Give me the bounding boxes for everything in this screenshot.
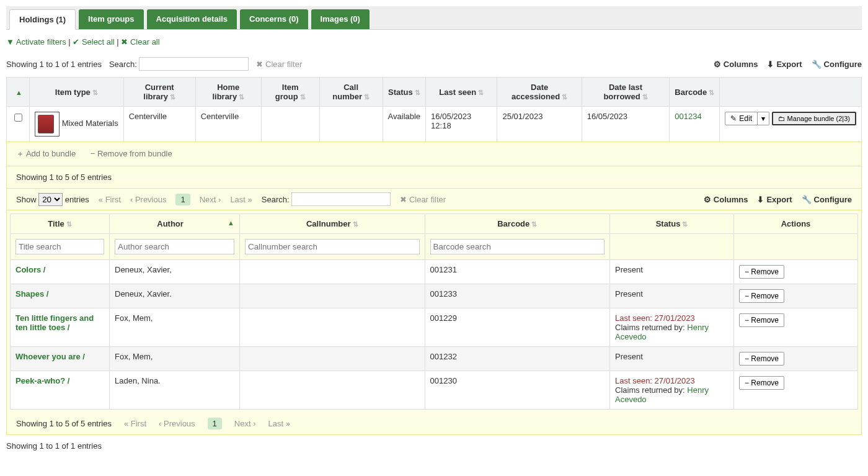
footer-entries-text: Showing 1 to 1 of 1 entries (6, 435, 862, 451)
edit-button[interactable]: ✎ Edit (725, 112, 758, 125)
col-item-type[interactable]: Item type⇅ (30, 78, 124, 107)
person-link[interactable]: Henry Acevedo (615, 323, 709, 341)
col-actions-inner: Actions (734, 214, 858, 234)
activate-filters-link[interactable]: Activate filters (16, 37, 66, 47)
barcode-link[interactable]: 001234 (675, 112, 701, 121)
export-button[interactable]: ⬇ Export (767, 60, 802, 69)
inner-search-input[interactable] (291, 192, 391, 206)
cell-date-last-borrowed: 16/05/2023 (582, 107, 669, 142)
col-author[interactable]: Author▲ (110, 214, 240, 234)
col-last-seen[interactable]: Last seen⇅ (426, 78, 497, 107)
col-status-inner[interactable]: Status⇅ (610, 214, 734, 234)
row-checkbox[interactable] (14, 114, 22, 122)
cell-callnumber (240, 347, 425, 371)
title-link[interactable]: Peek-a-who? / (16, 376, 69, 385)
add-to-bundle-label: Add to bundle (26, 149, 76, 158)
col-title[interactable]: Title⇅ (11, 214, 110, 234)
entries-label: entries (65, 195, 89, 204)
col-status[interactable]: Status⇅ (383, 78, 426, 107)
select-all-link[interactable]: Select all (82, 37, 115, 47)
col-date-last-borrowed[interactable]: Date last borrowed⇅ (582, 78, 669, 107)
minus-icon: − (745, 379, 749, 387)
minus-icon: − (745, 267, 749, 276)
cell-last-seen: 16/05/2023 12:18 (426, 107, 497, 142)
pager-previous-bottom[interactable]: ‹ Previous (159, 419, 195, 428)
configure-label: Configure (824, 60, 862, 69)
pager-next-bottom[interactable]: Next › (234, 419, 256, 428)
page-size-select[interactable]: 20 (38, 193, 63, 206)
wrench-icon: 🔧 (812, 60, 822, 69)
cell-barcode: 001229 (425, 308, 610, 347)
remove-button[interactable]: − Remove (739, 265, 784, 279)
callnumber-filter[interactable] (245, 239, 420, 254)
table-row: Ten little fingers and ten little toes /… (11, 308, 858, 347)
pager-next[interactable]: Next › (200, 195, 221, 204)
edit-dropdown[interactable]: ▾ (758, 112, 769, 125)
outer-search-input[interactable] (139, 57, 249, 71)
barcode-filter[interactable] (430, 239, 605, 254)
outer-clear-filter[interactable]: ✖ Clear filter (256, 60, 302, 69)
remove-button[interactable]: − Remove (739, 352, 784, 366)
inner-pager-controls: Show 20 entries « First ‹ Previous 1 Nex… (7, 188, 861, 210)
configure-button[interactable]: 🔧 Configure (812, 60, 862, 69)
col-item-group[interactable]: Item group⇅ (261, 78, 319, 107)
gear-icon: ⚙ (714, 60, 721, 69)
inner-columns-button[interactable]: ⚙ Columns (704, 195, 748, 204)
columns-button[interactable]: ⚙ Columns (714, 60, 758, 69)
remove-button[interactable]: − Remove (739, 313, 784, 327)
cell-status: Available (383, 107, 426, 142)
col-call-number[interactable]: Call number⇅ (319, 78, 383, 107)
col-home-library[interactable]: Home library⇅ (195, 78, 261, 107)
minus-icon: − (91, 149, 95, 158)
author-filter[interactable] (115, 239, 234, 254)
inner-export-button[interactable]: ⬇ Export (757, 195, 792, 204)
title-link[interactable]: Ten little fingers and ten little toes / (16, 313, 94, 332)
title-filter[interactable] (16, 239, 104, 254)
wrench-icon: 🔧 (802, 195, 812, 204)
col-checkbox[interactable]: ▲ (7, 78, 30, 107)
pager-first[interactable]: « First (99, 195, 121, 204)
pencil-icon: ✎ (730, 114, 737, 123)
pager-first-bottom[interactable]: « First (124, 419, 146, 428)
cell-author: Deneux, Xavier, (110, 260, 240, 284)
status-text: Present (615, 352, 643, 361)
add-to-bundle-link[interactable]: ＋ Add to bundle (16, 149, 78, 158)
tab-holdings[interactable]: Holdings (1) (9, 9, 76, 30)
pager-previous[interactable]: ‹ Previous (130, 195, 167, 204)
col-callnumber[interactable]: Callnumber⇅ (240, 214, 425, 234)
edit-label: Edit (739, 114, 752, 123)
tab-item-groups[interactable]: Item groups (79, 9, 143, 29)
col-current-library[interactable]: Current library⇅ (123, 78, 195, 107)
col-barcode-inner[interactable]: Barcode⇅ (425, 214, 610, 234)
title-link[interactable]: Whoever you are / (16, 352, 85, 361)
remove-button[interactable]: − Remove (739, 376, 784, 390)
title-link[interactable]: Colors / (16, 265, 45, 274)
remove-from-bundle-link[interactable]: − Remove from bundle (91, 149, 172, 158)
col-barcode[interactable]: Barcode⇅ (670, 78, 720, 107)
cell-callnumber (240, 284, 425, 308)
cell-author: Laden, Nina. (110, 371, 240, 410)
tab-concerns[interactable]: Concerns (0) (240, 9, 308, 29)
clear-all-link[interactable]: Clear all (130, 37, 160, 47)
tab-images[interactable]: Images (0) (311, 9, 370, 29)
manage-bundle-button[interactable]: 🗀 Manage bundle (2|3) (772, 112, 856, 125)
pager-last-bottom[interactable]: Last » (268, 419, 290, 428)
title-link[interactable]: Shapes / (16, 289, 48, 299)
person-link[interactable]: Henry Acevedo (615, 385, 709, 404)
folder-icon: 🗀 (778, 115, 785, 122)
inner-search-label: Search: (262, 195, 290, 204)
inner-entries-summary-bottom: Showing 1 to 5 of 5 entries (16, 419, 112, 428)
remove-button[interactable]: − Remove (739, 289, 784, 303)
col-date-accessioned[interactable]: Date accessioned⇅ (497, 78, 582, 107)
bundle-toolbar: ＋ Add to bundle − Remove from bundle (7, 142, 861, 166)
minus-icon: − (745, 292, 749, 300)
inner-clear-filter[interactable]: ✖ Clear filter (400, 195, 446, 204)
tab-acquisition-details[interactable]: Acquisition details (147, 9, 237, 29)
outer-search-label: Search: (109, 60, 137, 69)
pager-last[interactable]: Last » (230, 195, 252, 204)
pager-current-bottom: 1 (208, 418, 222, 429)
cell-barcode: 001232 (425, 347, 610, 371)
inner-configure-button[interactable]: 🔧 Configure (802, 195, 852, 204)
table-row: Colors /Deneux, Xavier,001231Present− Re… (11, 260, 858, 284)
cell-callnumber (240, 308, 425, 347)
